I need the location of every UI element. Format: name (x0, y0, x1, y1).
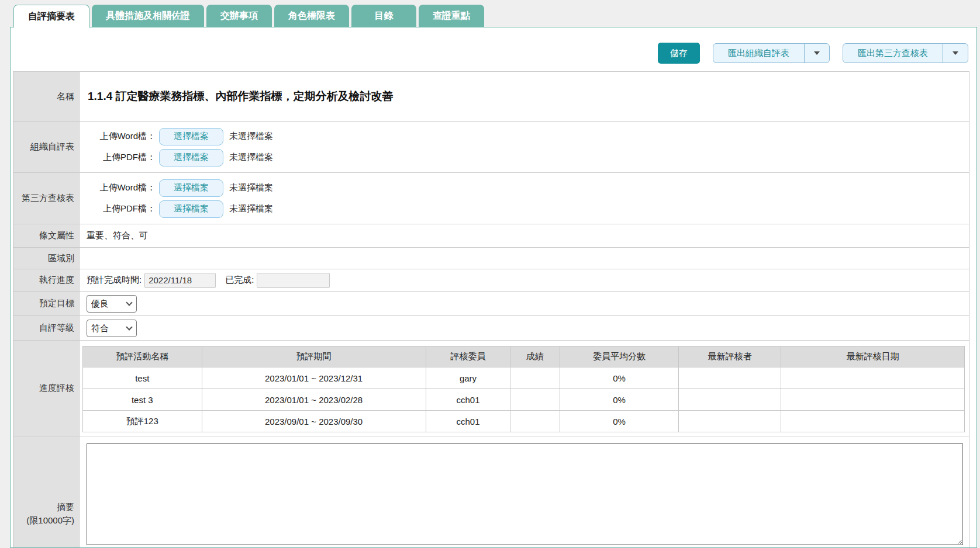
third-form-label: 第三方查核表 (13, 173, 80, 224)
progress-label: 執行進度 (13, 269, 80, 292)
org-word-upload-label: 上傳Word檔： (87, 131, 156, 142)
export-org-dropdown-button[interactable] (804, 44, 829, 63)
table-cell: 2023/01/01 ~ 2023/12/31 (202, 367, 426, 389)
table-cell: 0% (560, 367, 679, 389)
third-pdf-choose-file-button[interactable]: 選擇檔案 (159, 200, 223, 218)
completed-input[interactable] (257, 273, 330, 288)
third-pdf-upload-label: 上傳PDF檔： (87, 203, 156, 214)
third-pdf-upload: 上傳PDF檔： 選擇檔案 未選擇檔案 (87, 200, 969, 218)
target-select[interactable]: 優良 (87, 295, 137, 313)
review-header-row: 預評活動名稱 預評期間 評核委員 成績 委員平均分數 最新評核者 最新評核日期 (83, 346, 965, 367)
row-planned-target: 預定目標 優良 (13, 292, 969, 316)
table-cell (679, 411, 781, 432)
table-cell: cch01 (426, 389, 510, 411)
table-cell (679, 367, 781, 389)
row-clause-attribute: 條文屬性 重要、符合、可 (13, 224, 969, 248)
row-name: 名稱 1.1.4 訂定醫療業務指標、內部作業指標，定期分析及檢討改善 (13, 72, 969, 122)
target-label: 預定目標 (13, 292, 80, 316)
col-header-average-score: 委員平均分數 (560, 346, 679, 367)
tab-role-permissions[interactable]: 角色權限表 (274, 5, 349, 27)
org-pdf-upload: 上傳PDF檔： 選擇檔案 未選擇檔案 (87, 149, 969, 167)
table-cell: 0% (560, 389, 679, 411)
col-header-latest-review-date: 最新評核日期 (781, 346, 965, 367)
col-header-review-period: 預評期間 (202, 346, 426, 367)
table-cell: gary (426, 367, 510, 389)
review-label: 進度評核 (13, 341, 80, 436)
table-cell: 2023/01/01 ~ 2023/02/28 (202, 389, 426, 411)
row-execution-progress: 執行進度 預計完成時間: 已完成: (13, 269, 969, 292)
tab-verification-points[interactable]: 查證重點 (419, 5, 484, 27)
org-word-no-file-text: 未選擇檔案 (229, 131, 273, 142)
table-cell: 0% (560, 411, 679, 432)
col-header-latest-reviewer: 最新評核者 (679, 346, 781, 367)
table-cell (679, 389, 781, 411)
export-third-split-button: 匯出第三方查核表 (843, 43, 968, 63)
table-cell (510, 389, 560, 411)
row-org-self-assessment-upload: 組織自評表 上傳Word檔： 選擇檔案 未選擇檔案 上傳PDF檔： 選擇檔案 未… (13, 122, 969, 173)
table-row: 預評123 2023/09/01 ~ 2023/09/30 cch01 0% (83, 411, 965, 432)
row-third-party-audit-upload: 第三方查核表 上傳Word檔： 選擇檔案 未選擇檔案 上傳PDF檔： 選擇檔案 … (13, 173, 969, 224)
row-progress-review: 進度評核 預評活動名稱 預評期間 評核委員 成績 (13, 341, 969, 436)
tab-assigned-tasks[interactable]: 交辦事項 (206, 5, 272, 27)
table-cell (781, 389, 965, 411)
export-org-split-button: 匯出組織自評表 (713, 43, 830, 63)
content-panel: 儲存 匯出組織自評表 匯出第三方查核表 名稱 1.1.4 訂定醫療業務指標、內部… (10, 27, 977, 548)
planned-completion-label: 預計完成時間: (87, 275, 142, 286)
save-button[interactable]: 儲存 (658, 43, 700, 64)
completed-label: 已完成: (225, 275, 254, 286)
col-header-activity-name: 預評活動名稱 (83, 346, 202, 367)
dropdown-caret-icon (953, 51, 958, 55)
clause-attr-label: 條文屬性 (13, 224, 80, 248)
review-table: 預評活動名稱 預評期間 評核委員 成績 委員平均分數 最新評核者 最新評核日期 (82, 346, 965, 432)
table-cell: 2023/09/01 ~ 2023/09/30 (202, 411, 426, 432)
org-form-label: 組織自評表 (13, 122, 80, 173)
org-word-upload: 上傳Word檔： 選擇檔案 未選擇檔案 (87, 128, 969, 145)
tab-specific-measures-evidence[interactable]: 具體措施及相關佐證 (92, 5, 204, 27)
third-word-upload-label: 上傳Word檔： (87, 182, 156, 193)
self-assessment-form: 名稱 1.1.4 訂定醫療業務指標、內部作業指標，定期分析及檢討改善 組織自評表… (13, 71, 969, 548)
item-title: 1.1.4 訂定醫療業務指標、內部作業指標，定期分析及檢討改善 (87, 89, 969, 104)
row-summary: 摘要 (限10000字) (13, 436, 969, 548)
table-cell: test 3 (83, 389, 202, 411)
row-region: 區域別 (13, 248, 969, 269)
region-value (80, 248, 969, 269)
table-cell: test (83, 367, 202, 389)
table-cell (781, 367, 965, 389)
third-word-no-file-text: 未選擇檔案 (229, 182, 273, 193)
org-pdf-choose-file-button[interactable]: 選擇檔案 (159, 149, 223, 167)
tab-directory[interactable]: 目錄 (351, 5, 416, 27)
org-pdf-no-file-text: 未選擇檔案 (229, 152, 273, 163)
clause-attr-value: 重要、符合、可 (80, 224, 969, 248)
export-third-button[interactable]: 匯出第三方查核表 (843, 44, 943, 63)
table-row: test 3 2023/01/01 ~ 2023/02/28 cch01 0% (83, 389, 965, 411)
table-cell (781, 411, 965, 432)
self-grade-label: 自評等級 (13, 316, 80, 341)
col-header-score: 成績 (510, 346, 560, 367)
third-word-upload: 上傳Word檔： 選擇檔案 未選擇檔案 (87, 179, 969, 197)
toolbar: 儲存 匯出組織自評表 匯出第三方查核表 (11, 27, 976, 64)
third-pdf-no-file-text: 未選擇檔案 (229, 203, 273, 214)
org-word-choose-file-button[interactable]: 選擇檔案 (159, 128, 223, 145)
third-word-choose-file-button[interactable]: 選擇檔案 (159, 179, 223, 197)
org-pdf-upload-label: 上傳PDF檔： (87, 152, 156, 163)
export-third-dropdown-button[interactable] (943, 44, 968, 63)
col-header-committee-member: 評核委員 (426, 346, 510, 367)
self-grade-select[interactable]: 符合 (87, 320, 137, 337)
table-cell (510, 411, 560, 432)
export-org-button[interactable]: 匯出組織自評表 (713, 44, 804, 63)
table-cell: cch01 (426, 411, 510, 432)
row-self-grade: 自評等級 符合 (13, 316, 969, 341)
summary-textarea[interactable] (87, 443, 963, 545)
summary-label: 摘要 (限10000字) (13, 436, 80, 548)
name-label: 名稱 (13, 72, 80, 122)
dropdown-caret-icon (814, 51, 820, 55)
region-label: 區域別 (13, 248, 80, 269)
table-cell: 預評123 (83, 411, 202, 432)
table-row: test 2023/01/01 ~ 2023/12/31 gary 0% (83, 367, 965, 389)
tab-bar: 自評摘要表 具體措施及相關佐證 交辦事項 角色權限表 目錄 查證重點 (0, 0, 980, 27)
planned-completion-input[interactable] (144, 273, 216, 288)
table-cell (510, 367, 560, 389)
tab-self-assessment-summary[interactable]: 自評摘要表 (13, 5, 89, 27)
